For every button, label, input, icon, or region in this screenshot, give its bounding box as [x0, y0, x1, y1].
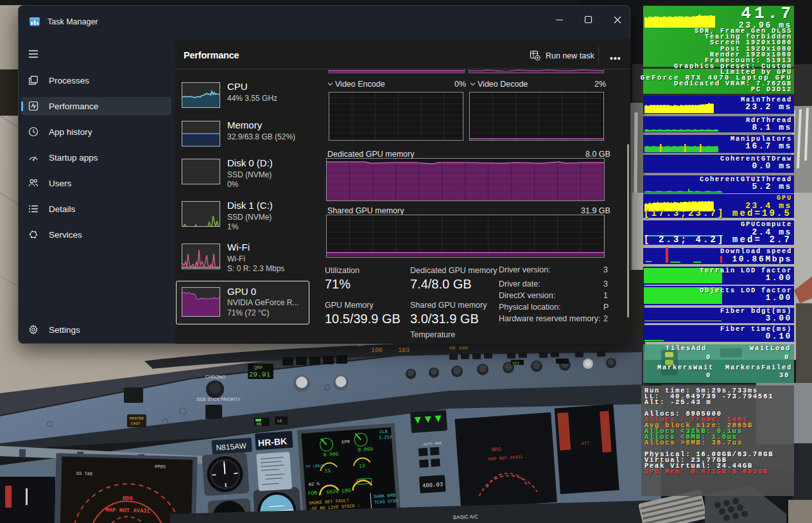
svg-text:1.252: 1.252 [379, 434, 393, 440]
svg-text:N2 %: N2 % [309, 481, 320, 487]
svg-text:PPOS: PPOS [155, 464, 166, 469]
svg-text:100: 100 [371, 347, 383, 354]
svg-text:0.995: 0.995 [358, 446, 374, 453]
svg-text:CAUT: CAUT [131, 421, 141, 426]
svg-text:FD: FD [257, 422, 262, 427]
svg-text:163: 163 [398, 347, 410, 354]
svg-text:11: 11 [324, 468, 331, 474]
svg-text:29.91: 29.91 [249, 371, 270, 378]
svg-text:SIDE STICK PRIORITY: SIDE STICK PRIORITY [196, 397, 241, 402]
svg-text:GS TAG: GS TAG [76, 471, 92, 477]
svg-text:MAP NOT AVAIL: MAP NOT AVAIL [105, 507, 150, 515]
svg-text:ATT: ATT [581, 441, 589, 447]
svg-text:HDG: HDG [123, 495, 133, 502]
svg-text:CHRONO: CHRONO [205, 375, 226, 379]
svg-text:0.995: 0.995 [323, 451, 339, 458]
svg-text:163: 163 [512, 361, 519, 366]
svg-text:MASTER: MASTER [130, 416, 144, 421]
svg-text:HR-BK: HR-BK [257, 436, 287, 448]
svg-text:LS: LS [277, 419, 282, 423]
svg-text:EPR: EPR [341, 439, 350, 445]
svg-text:BASIC A/C: BASIC A/C [453, 514, 479, 520]
svg-text:HDG: HDG [492, 446, 501, 452]
svg-text:13: 13 [359, 463, 365, 469]
svg-text:SPD: SPD [357, 343, 364, 348]
svg-text:QNH: QNH [254, 365, 263, 370]
svg-text:00 400: 00 400 [449, 345, 468, 351]
svg-text:CLB: CLB [379, 429, 388, 434]
